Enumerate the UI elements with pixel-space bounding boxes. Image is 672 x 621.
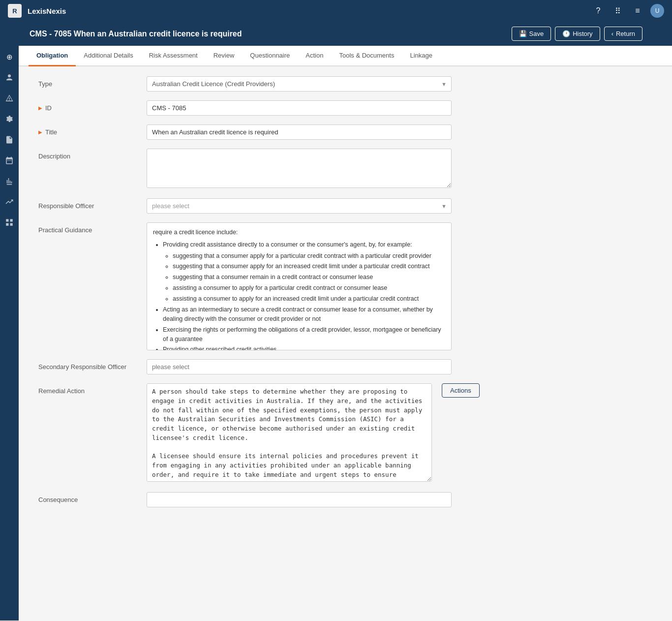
consequence-row: Consequence	[38, 492, 652, 507]
tabs: Obligation Additional Details Risk Asses…	[19, 46, 672, 66]
tab-action[interactable]: Action	[298, 46, 331, 66]
sidebar-icon-trend[interactable]	[3, 195, 16, 208]
menu-icon[interactable]: ≡	[631, 4, 644, 18]
sidebar-icon-document[interactable]	[3, 133, 16, 146]
page-title: CMS - 7085 When an Australian credit lic…	[30, 30, 512, 38]
page-header: CMS - 7085 When an Australian credit lic…	[0, 22, 672, 46]
svg-point-0	[8, 74, 11, 77]
consequence-label: Consequence	[38, 492, 147, 503]
practical-guidance-row: Practical Guidance require a credit lice…	[38, 222, 652, 350]
consequence-input[interactable]	[147, 492, 452, 507]
main-content: Obligation Additional Details Risk Asses…	[19, 46, 672, 621]
save-icon: 💾	[519, 30, 527, 37]
secondary-officer-row: Secondary Responsible Officer	[38, 359, 652, 374]
sidebar-icon-alert[interactable]	[3, 92, 16, 105]
sidebar-icon-chart[interactable]	[3, 175, 16, 187]
title-row: ▶ Title	[38, 124, 652, 140]
type-row: Type Australian Credit Licence (Credit P…	[38, 76, 652, 92]
practical-guidance-control: require a credit licence include: Provid…	[147, 222, 452, 350]
id-label: ▶ ID	[38, 100, 147, 112]
title-input[interactable]	[147, 124, 452, 140]
title-control	[147, 124, 452, 140]
tab-review[interactable]: Review	[206, 46, 243, 66]
grid-icon[interactable]: ⠿	[611, 4, 625, 18]
top-bar: R LexisNexis ? ⠿ ≡ U	[0, 0, 672, 22]
responsible-officer-row: Responsible Officer please select ▼	[38, 198, 652, 214]
practical-guidance-box: require a credit licence include: Provid…	[147, 222, 452, 350]
return-button[interactable]: ‹ Return	[604, 27, 642, 41]
app-name: LexisNexis	[28, 7, 66, 15]
title-expand-arrow[interactable]: ▶	[38, 129, 42, 135]
clock-icon: 🕐	[562, 30, 570, 37]
secondary-officer-control	[147, 359, 452, 374]
form-content: Type Australian Credit Licence (Credit P…	[19, 66, 672, 621]
type-select[interactable]: Australian Credit Licence (Credit Provid…	[147, 76, 452, 92]
back-icon: ‹	[611, 30, 613, 37]
title-label: ▶ Title	[38, 124, 147, 136]
tab-risk-assessment[interactable]: Risk Assessment	[141, 46, 206, 66]
sidebar-icon-settings[interactable]	[3, 113, 16, 125]
tab-linkage[interactable]: Linkage	[402, 46, 440, 66]
history-button[interactable]: 🕐 History	[555, 27, 600, 41]
secondary-officer-label: Secondary Responsible Officer	[38, 359, 147, 371]
practical-guidance-content: require a credit licence include: Provid…	[147, 223, 451, 350]
description-control	[147, 149, 452, 189]
actions-button[interactable]: Actions	[442, 383, 480, 398]
id-input[interactable]	[147, 100, 452, 116]
sidebar-icon-user[interactable]	[3, 71, 16, 84]
responsible-officer-control: please select ▼	[147, 198, 452, 214]
remedial-action-label: Remedial Action	[38, 383, 147, 395]
avatar[interactable]: U	[650, 4, 664, 18]
id-control	[147, 100, 452, 116]
sidebar: ⊕	[0, 46, 19, 621]
id-row: ▶ ID	[38, 100, 652, 116]
responsible-officer-label: Responsible Officer	[38, 198, 147, 210]
app-logo: R	[8, 4, 22, 18]
help-icon[interactable]: ?	[591, 4, 605, 18]
description-row: Description	[38, 149, 652, 189]
sidebar-icon-home[interactable]: ⊕	[3, 51, 16, 63]
practical-guidance-label: Practical Guidance	[38, 222, 147, 234]
page-actions: 💾 Save 🕐 History ‹ Return	[512, 27, 642, 41]
description-label: Description	[38, 149, 147, 160]
sidebar-icon-grid[interactable]	[3, 216, 16, 229]
type-label: Type	[38, 76, 147, 88]
remedial-action-textarea[interactable]: A person should take steps to determine …	[147, 383, 432, 482]
tab-questionnaire[interactable]: Questionnaire	[242, 46, 298, 66]
tab-additional-details[interactable]: Additional Details	[76, 46, 141, 66]
type-control: Australian Credit Licence (Credit Provid…	[147, 76, 452, 92]
remedial-action-control: A person should take steps to determine …	[147, 383, 481, 483]
layout: ⊕ Obligation	[0, 46, 672, 621]
remedial-action-row: Remedial Action A person should take ste…	[38, 383, 652, 483]
id-expand-arrow[interactable]: ▶	[38, 105, 42, 111]
save-button[interactable]: 💾 Save	[512, 27, 551, 41]
tab-obligation[interactable]: Obligation	[29, 46, 76, 66]
description-textarea[interactable]	[147, 149, 452, 188]
sidebar-icon-assessment[interactable]	[3, 154, 16, 167]
tab-tools-documents[interactable]: Tools & Documents	[331, 46, 402, 66]
secondary-officer-input[interactable]	[147, 359, 452, 374]
responsible-officer-select[interactable]: please select	[147, 198, 452, 214]
